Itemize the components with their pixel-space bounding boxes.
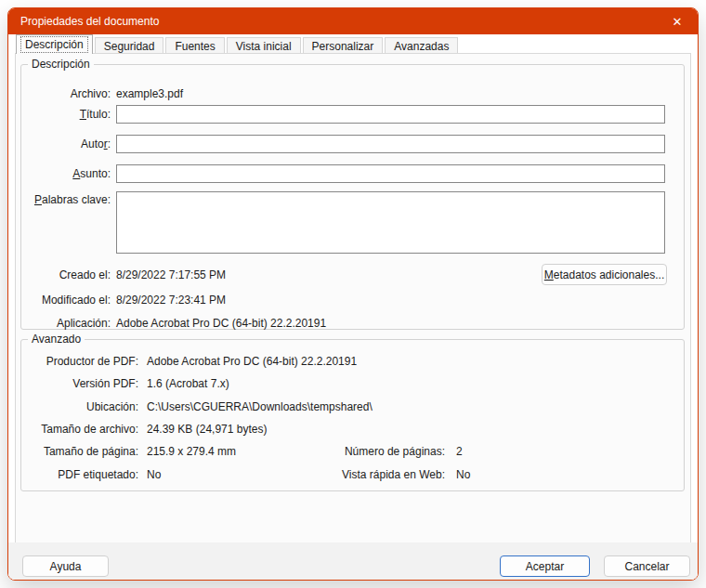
advanced-row-tamano-archivo: Tamaño de archivo: 24.39 KB (24,971 byte… xyxy=(21,423,684,437)
row-value-2: No xyxy=(456,468,470,482)
advanced-row-pdf-etiquetado: PDF etiquetado: No Vista rápida en Web: … xyxy=(21,468,684,482)
tab-label: Vista inicial xyxy=(236,40,292,53)
tab-page-descripcion: Descripción Archivo: example3.pdf Título… xyxy=(15,53,691,544)
row-value: 1.6 (Acrobat 7.x) xyxy=(147,377,229,391)
archivo-label: Archivo: xyxy=(21,87,111,101)
tab-label: Personalizar xyxy=(312,40,374,53)
row-label: Productor de PDF: xyxy=(21,355,138,369)
advanced-group-title: Avanzado xyxy=(28,333,85,346)
description-group-title: Descripción xyxy=(28,58,94,72)
aplicacion-value: Adobe Acrobat Pro DC (64-bit) 22.2.20191 xyxy=(116,317,326,331)
close-button[interactable]: ✕ xyxy=(657,8,698,34)
advanced-row-productor: Productor de PDF: Adobe Acrobat Pro DC (… xyxy=(21,355,684,369)
modificado-label: Modificado el: xyxy=(21,294,111,307)
metadatos-adicionales-button[interactable]: Metadatos adicionales... xyxy=(542,264,667,285)
advanced-group: Avanzado Productor de PDF: Adobe Acrobat… xyxy=(20,339,685,491)
palabras-clave-input[interactable] xyxy=(116,191,665,254)
asunto-input[interactable] xyxy=(116,164,665,183)
dialog-footer: Ayuda Aceptar Cancelar xyxy=(8,542,698,580)
creado-value: 8/29/2022 7:17:55 PM xyxy=(116,268,226,282)
row-value: 215.9 x 279.4 mm xyxy=(147,445,236,459)
row-label: PDF etiquetado: xyxy=(21,468,138,482)
row-label-2: Número de páginas: xyxy=(281,445,445,459)
tab-label: Avanzadas xyxy=(394,40,449,53)
dialog-body: Descripción Seguridad Fuentes Vista inic… xyxy=(8,34,698,580)
titulo-label: Título: xyxy=(21,108,111,122)
titlebar: Propiedades del documento ✕ xyxy=(8,8,698,34)
tab-seguridad[interactable]: Seguridad xyxy=(95,37,164,53)
row-label: Tamaño de página: xyxy=(21,445,138,459)
aplicacion-label: Aplicación: xyxy=(21,317,111,331)
row-label: Versión PDF: xyxy=(21,377,138,391)
row-label: Tamaño de archivo: xyxy=(21,423,138,437)
tab-focus-ring: Descripción xyxy=(20,36,88,53)
tab-label: Fuentes xyxy=(175,40,215,53)
window-title: Propiedades del documento xyxy=(8,15,159,28)
document-properties-dialog: Propiedades del documento ✕ Descripción … xyxy=(7,7,699,581)
asunto-label: Asunto: xyxy=(21,167,111,181)
palabras-clave-label: Palabras clave: xyxy=(21,193,111,207)
row-value: No xyxy=(147,468,161,482)
cancelar-button[interactable]: Cancelar xyxy=(604,555,690,577)
row-label: Ubicación: xyxy=(21,400,138,414)
row-value-2: 2 xyxy=(456,445,463,459)
aceptar-button[interactable]: Aceptar xyxy=(500,555,590,577)
titulo-input[interactable] xyxy=(116,105,665,124)
tab-descripcion[interactable]: Descripción xyxy=(16,34,93,54)
autor-input[interactable] xyxy=(116,135,665,153)
creado-label: Creado el: xyxy=(21,268,111,282)
advanced-row-version: Versión PDF: 1.6 (Acrobat 7.x) xyxy=(21,377,684,391)
autor-label: Autor: xyxy=(21,137,111,151)
tab-label: Descripción xyxy=(25,38,84,51)
row-value: C:\Users\CGUERRA\Downloads\tempshared\ xyxy=(147,400,373,414)
tab-label: Seguridad xyxy=(104,40,155,53)
description-group: Descripción Archivo: example3.pdf Título… xyxy=(20,64,685,330)
tab-personalizar[interactable]: Personalizar xyxy=(303,37,384,53)
advanced-row-ubicacion: Ubicación: C:\Users\CGUERRA\Downloads\te… xyxy=(21,400,684,414)
advanced-row-tamano-pagina: Tamaño de página: 215.9 x 279.4 mm Númer… xyxy=(21,445,684,459)
tab-bar: Descripción Seguridad Fuentes Vista inic… xyxy=(16,34,460,54)
tab-vista-inicial[interactable]: Vista inicial xyxy=(227,37,301,53)
tab-avanzadas[interactable]: Avanzadas xyxy=(385,37,458,53)
ayuda-button[interactable]: Ayuda xyxy=(22,555,109,577)
tab-fuentes[interactable]: Fuentes xyxy=(165,37,224,53)
archivo-value: example3.pdf xyxy=(116,87,183,101)
row-label-2: Vista rápida en Web: xyxy=(281,468,445,482)
modificado-value: 8/29/2022 7:23:41 PM xyxy=(116,294,226,307)
desktop: { "window": { "title": "Propiedades del … xyxy=(0,0,706,588)
row-value: Adobe Acrobat Pro DC (64-bit) 22.2.20191 xyxy=(147,355,357,369)
close-icon: ✕ xyxy=(673,15,683,29)
row-value: 24.39 KB (24,971 bytes) xyxy=(147,423,267,437)
